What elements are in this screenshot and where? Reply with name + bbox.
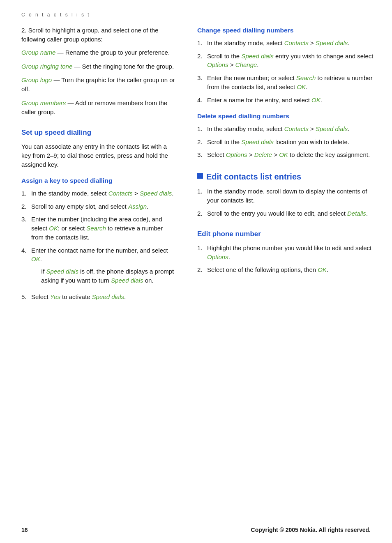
option-group-logo: Group logo — Turn the graphic for the ca… (21, 76, 177, 94)
footer-copyright: Copyright © 2005 Nokia. All rights reser… (251, 526, 371, 534)
delete-step-2-num: 2. (197, 138, 205, 147)
option-term-group-logo: Group logo (21, 76, 52, 83)
edit-phone-step-2-text: Select one of the following options, the… (207, 265, 376, 274)
assign-step-2: 2. Scroll to any empty slot, and select … (21, 202, 177, 211)
assign-step-3-search: Search (86, 225, 106, 232)
change-step-3-ok: OK (297, 83, 306, 90)
delete-step-3-text: Select Options > Delete > OK to delete t… (207, 150, 376, 159)
change-step-4-ok: OK (311, 97, 321, 104)
edit-phone-title: Edit phone number (197, 229, 376, 239)
edit-phone-step-1-options: Options (207, 253, 228, 260)
assign-step-5-yes: Yes (50, 293, 60, 300)
delete-step-2: 2. Scroll to the Speed dials location yo… (197, 138, 376, 147)
edit-contacts-title-block: Edit contacts list entries (197, 171, 376, 183)
option-desc-group-ringing: — Set the ringing tone for the group. (72, 63, 174, 70)
edit-phone-step-2-num: 2. (197, 265, 205, 274)
assign-step-1-num: 1. (21, 189, 29, 198)
edit-contacts-step-2-text: Scroll to the entry you would like to ed… (207, 209, 376, 218)
edit-phone-step-1-num: 1. (197, 244, 205, 262)
option-desc-group-name: — Rename the group to your preference. (55, 49, 170, 56)
assign-key-title: Assign a key to speed dialling (21, 176, 177, 185)
delete-step-3-options: Options (226, 151, 247, 158)
change-step-1-contacts: Contacts (284, 39, 309, 46)
option-group-members-text: Group members — Add or remove members fr… (21, 99, 177, 117)
edit-contacts-title: Edit contacts list entries (206, 171, 301, 183)
delete-steps-list: 1. In the standby mode, select Contacts … (197, 124, 376, 159)
delete-step-2-text: Scroll to the Speed dials location you w… (207, 138, 376, 147)
assign-step-1-text: In the standby mode, select Contacts > S… (31, 189, 177, 198)
change-speed-dialling-title: Change speed dialling numbers (197, 26, 376, 35)
option-group-name-text: Group name — Rename the group to your pr… (21, 48, 177, 57)
delete-step-3-num: 3. (197, 150, 205, 159)
option-group-name: Group name — Rename the group to your pr… (21, 48, 177, 57)
delete-step-3-delete: Delete (254, 151, 272, 158)
edit-contacts-step-2-num: 2. (197, 209, 205, 218)
assign-step-4: 4. Enter the contact name for the number… (21, 246, 177, 288)
assign-step-1-contacts: Contacts (108, 190, 133, 197)
change-step-2-options: Options (207, 61, 228, 68)
assign-note-speeddials1: Speed dials (46, 268, 78, 275)
assign-step-3: 3. Enter the number (including the area … (21, 215, 177, 242)
left-column: 2. Scroll to highlight a group, and sele… (0, 26, 189, 305)
edit-phone-step-1: 1. Highlight the phone number you would … (197, 244, 376, 262)
change-step-3: 3. Enter the new number; or select Searc… (197, 74, 376, 92)
assign-step-1-speeddials: Speed dials (140, 190, 172, 197)
change-step-2-speeddials: Speed dials (241, 53, 273, 60)
intro-text: 2. Scroll to highlight a group, and sele… (21, 26, 177, 44)
change-step-4: 4. Enter a name for the entry, and selec… (197, 96, 376, 105)
assign-step-4-note: If Speed dials is off, the phone display… (41, 267, 177, 285)
edit-phone-step-2-ok: OK (318, 266, 327, 273)
page-header-label: C o n t a c t s l i s t (0, 12, 392, 18)
delete-step-1-num: 1. (197, 124, 205, 133)
change-step-3-text: Enter the new number; or select Search t… (207, 74, 376, 92)
delete-step-1-speeddials: Speed dials (316, 125, 348, 132)
assign-step-5-text: Select Yes to activate Speed dials. (31, 292, 177, 301)
delete-step-1-text: In the standby mode, select Contacts > S… (207, 124, 376, 133)
assign-step-3-ok: OK (49, 225, 58, 232)
assign-step-5-speeddials: Speed dials (92, 293, 124, 300)
change-step-3-num: 3. (197, 74, 205, 92)
assign-step-4-num: 4. (21, 246, 29, 288)
change-step-4-text: Enter a name for the entry, and select O… (207, 96, 376, 105)
option-group-members: Group members — Add or remove members fr… (21, 99, 177, 117)
speed-dialling-intro: You can associate any entry in the conta… (21, 142, 177, 169)
delete-step-1: 1. In the standby mode, select Contacts … (197, 124, 376, 133)
option-term-group-ringing: Group ringing tone (21, 63, 72, 70)
assign-step-1: 1. In the standby mode, select Contacts … (21, 189, 177, 198)
option-term-group-name: Group name (21, 49, 55, 56)
edit-phone-steps-list: 1. Highlight the phone number you would … (197, 244, 376, 274)
change-step-2-change: Change (235, 61, 257, 68)
delete-step-2-speeddials: Speed dials (241, 138, 273, 145)
edit-contacts-step-2: 2. Scroll to the entry you would like to… (197, 209, 376, 218)
right-column: Change speed dialling numbers 1. In the … (189, 26, 392, 305)
delete-step-1-contacts: Contacts (284, 125, 309, 132)
intro-section: 2. Scroll to highlight a group, and sele… (21, 26, 177, 44)
footer-page-num: 16 (21, 526, 28, 534)
assign-steps-list: 1. In the standby mode, select Contacts … (21, 189, 177, 301)
assign-step-2-text: Scroll to any empty slot, and select Ass… (31, 202, 177, 211)
assign-step-3-text: Enter the number (including the area cod… (31, 215, 177, 242)
change-steps-list: 1. In the standby mode, select Contacts … (197, 39, 376, 105)
delete-step-3: 3. Select Options > Delete > OK to delet… (197, 150, 376, 159)
speed-dialling-title: Set up speed dialling (21, 128, 177, 138)
change-step-1-text: In the standby mode, select Contacts > S… (207, 39, 376, 48)
change-step-1: 1. In the standby mode, select Contacts … (197, 39, 376, 48)
assign-step-5: 5. Select Yes to activate Speed dials. (21, 292, 177, 301)
edit-contacts-step-1-num: 1. (197, 187, 205, 205)
assign-note-speeddials2: Speed dials (111, 277, 143, 284)
delete-speed-dialling-title: Delete speed dialling numbers (197, 112, 376, 121)
edit-contacts-blue-square-icon (197, 173, 203, 179)
change-step-1-num: 1. (197, 39, 205, 48)
assign-step-4-text: Enter the contact name for the number, a… (31, 246, 177, 288)
edit-contacts-step-1-text: In the standby mode, scroll down to disp… (207, 187, 376, 205)
change-step-2-num: 2. (197, 52, 205, 70)
change-step-1-speeddials: Speed dials (316, 39, 348, 46)
edit-contacts-steps-list: 1. In the standby mode, scroll down to d… (197, 187, 376, 218)
edit-contacts-step-1: 1. In the standby mode, scroll down to d… (197, 187, 376, 205)
edit-phone-step-1-text: Highlight the phone number you would lik… (207, 244, 376, 262)
assign-step-2-assign: Assign (128, 203, 147, 210)
edit-phone-step-2: 2. Select one of the following options, … (197, 265, 376, 274)
assign-step-5-num: 5. (21, 292, 29, 301)
edit-contacts-step-2-details: Details (347, 210, 366, 217)
change-step-2: 2. Scroll to the Speed dials entry you w… (197, 52, 376, 70)
